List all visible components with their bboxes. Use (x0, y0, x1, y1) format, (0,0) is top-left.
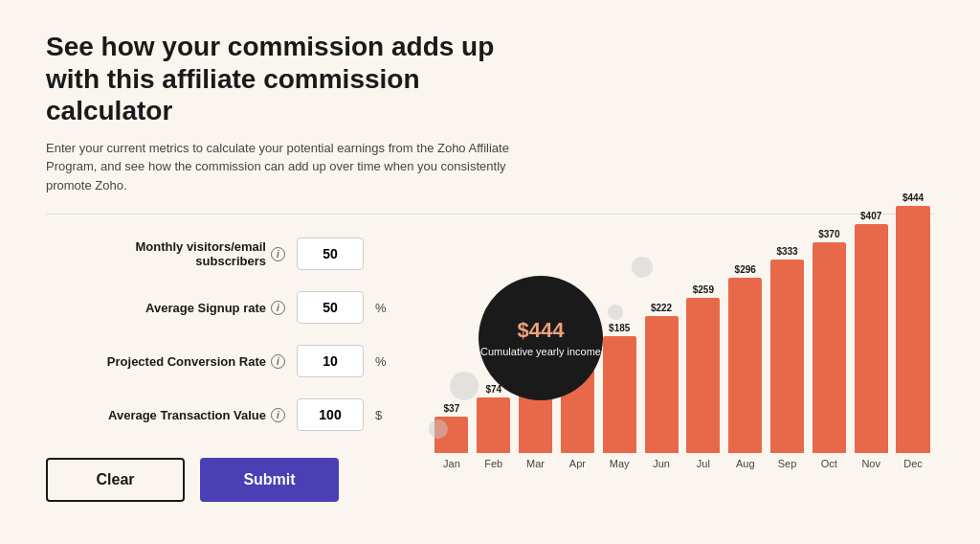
bubble-label: Cumulative yearly income (480, 345, 601, 358)
bar-month-label: Jan (443, 458, 460, 469)
bar-item: $444Dec (892, 193, 934, 469)
bar-rect (686, 298, 720, 453)
bar-value: $296 (735, 264, 756, 275)
input-signup-rate[interactable] (297, 291, 364, 324)
bar-month-label: Jul (697, 458, 710, 469)
bar-rect (477, 397, 510, 453)
suffix-signup: % (375, 301, 390, 315)
input-conversion-rate[interactable] (297, 345, 364, 377)
header-description: Enter your current metrics to calculate … (46, 139, 544, 195)
input-monthly-visitors[interactable] (297, 238, 364, 270)
bar-item: $407Nov (850, 211, 892, 469)
suffix-conversion: % (375, 354, 390, 369)
buttons-row: Clear Submit (46, 458, 390, 502)
chart-area: $444 Cumulative yearly income $37Jan$74F… (421, 247, 934, 544)
bar-value: $444 (902, 193, 924, 203)
label-conversion-rate: Projected Conversion Rate i (46, 354, 285, 369)
label-monthly-visitors: Monthly visitors/emailsubscribers i (46, 239, 285, 268)
info-icon-signup[interactable]: i (271, 301, 285, 315)
chart-section: $444 Cumulative yearly income $37Jan$74F… (421, 238, 934, 544)
page-title: See how your commission adds up with thi… (46, 31, 505, 127)
main-layout: Monthly visitors/emailsubscribers i Aver… (46, 238, 934, 544)
bar-rect (770, 260, 804, 453)
bar-month-label: Dec (903, 458, 923, 469)
form-row-transaction: Average Transaction Value i $ (46, 398, 390, 431)
submit-button[interactable]: Submit (200, 458, 339, 502)
bar-value: $370 (818, 229, 839, 239)
bar-month-label: Mar (526, 458, 545, 469)
bar-value: $74 (485, 384, 501, 395)
label-transaction-value: Average Transaction Value i (46, 408, 285, 422)
bar-rect (603, 336, 636, 453)
bar-item: $222Jun (640, 303, 682, 469)
bar-item: $333Sep (767, 246, 809, 469)
info-icon-visitors[interactable]: i (271, 247, 285, 261)
bar-value: $185 (609, 323, 630, 333)
bubble-amount: $444 (518, 318, 565, 343)
bar-value: $222 (651, 303, 672, 313)
input-transaction-value[interactable] (297, 398, 364, 431)
bar-month-label: May (610, 458, 630, 469)
form-row-signup: Average Signup rate i % (46, 291, 390, 324)
form-section: Monthly visitors/emailsubscribers i Aver… (46, 238, 390, 502)
bar-rect (728, 278, 762, 453)
bar-month-label: Sep (778, 458, 797, 469)
bar-value: $407 (860, 211, 881, 221)
bar-month-label: Nov (861, 458, 880, 469)
info-icon-conversion[interactable]: i (271, 354, 285, 369)
bar-rect (813, 242, 846, 453)
info-icon-transaction[interactable]: i (271, 408, 285, 422)
bar-value: $259 (693, 284, 714, 295)
bar-item: $74Feb (473, 384, 515, 469)
form-row-visitors: Monthly visitors/emailsubscribers i (46, 238, 390, 270)
divider (46, 214, 934, 215)
suffix-transaction: $ (375, 408, 390, 422)
bar-rect (896, 206, 929, 453)
bar-rect (855, 224, 888, 453)
bar-month-label: Aug (736, 458, 755, 469)
form-row-conversion: Projected Conversion Rate i % (46, 345, 390, 377)
bar-item: $185May (598, 323, 640, 469)
label-signup-rate: Average Signup rate i (46, 301, 285, 315)
bar-item: $259Jul (682, 284, 724, 469)
bar-month-label: Jun (653, 458, 670, 469)
bar-value: $333 (776, 246, 797, 257)
bar-item: $370Oct (808, 229, 850, 469)
cumulative-income-bubble: $444 Cumulative yearly income (479, 276, 603, 400)
bar-item: $296Aug (724, 264, 767, 469)
page-container: See how your commission adds up with thi… (0, 0, 980, 544)
bar-month-label: Oct (821, 458, 837, 469)
clear-button[interactable]: Clear (46, 458, 185, 502)
bar-month-label: Apr (569, 458, 586, 469)
bar-value: $37 (444, 403, 460, 414)
bar-rect (645, 316, 679, 453)
bar-month-label: Feb (484, 458, 502, 469)
